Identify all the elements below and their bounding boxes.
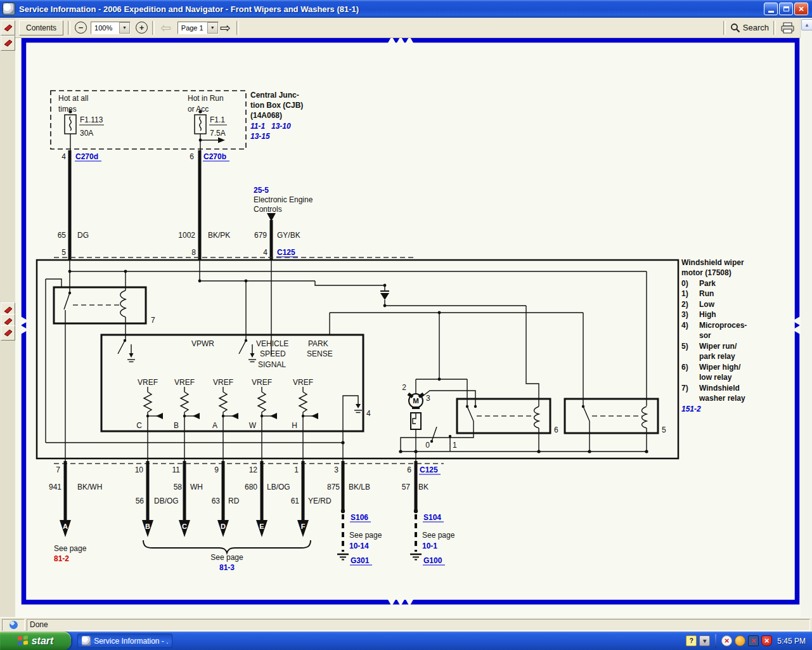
- chevron-down-icon[interactable]: ▼: [207, 22, 218, 34]
- legend-num: 7): [681, 384, 688, 393]
- search-button[interactable]: Search: [730, 23, 769, 33]
- page-ref-link[interactable]: 11-1: [250, 122, 265, 131]
- page-ref-link[interactable]: 151-2: [681, 405, 701, 413]
- taskbar-item-label: Service Information - ...: [94, 637, 168, 646]
- vref-column: VREF A: [212, 378, 238, 461]
- relay-number: 6: [554, 426, 558, 434]
- run-park-relay: 5: [565, 399, 666, 452]
- connector-link[interactable]: C270d: [75, 152, 98, 161]
- wire-color: DB/OG: [154, 497, 179, 505]
- cjb-box: Hot at all times F1.113 30A Hot in Run o…: [51, 91, 303, 161]
- vref-column: VREF C: [136, 378, 163, 461]
- switch-symbol: [239, 339, 256, 362]
- wire-color: BK/PK: [208, 231, 230, 240]
- feed-wire-labels: 65 DG 1002 BK/PK 679 GY/BK 5 8 4 C125: [54, 231, 415, 257]
- contents-button[interactable]: Contents: [19, 20, 63, 36]
- destination-arrow: F: [297, 520, 309, 537]
- red-arrow-button-1[interactable]: [1, 20, 15, 36]
- legend-num: 0): [681, 279, 688, 288]
- wiper-motor-legend: Windshield wiper motor (17508) 0)Park 1)…: [681, 258, 747, 413]
- page-ref-link[interactable]: 10-14: [349, 542, 369, 550]
- legend-item: Windshield: [699, 384, 740, 393]
- zoom-in-button[interactable]: +: [136, 22, 148, 34]
- pin-number: 5: [61, 248, 66, 257]
- circuit-number: 680: [245, 483, 257, 491]
- start-label: start: [32, 635, 54, 647]
- legend-num: 3): [681, 310, 688, 319]
- splice-link[interactable]: S106: [351, 513, 368, 522]
- red-arrow-icon: [4, 306, 13, 314]
- taskbar-item-service-information[interactable]: Service Information - ...: [77, 634, 172, 648]
- page-ref-link[interactable]: 13-15: [250, 132, 270, 141]
- eec-name: Electronic Engine: [254, 195, 313, 204]
- red-arrow-icon: [4, 24, 13, 32]
- zoom-level-select[interactable]: 100% ▼: [91, 22, 131, 34]
- pin-number: 4: [366, 409, 371, 418]
- vref-column: VREF H: [292, 378, 318, 461]
- page-ref-link[interactable]: 10-1: [422, 542, 437, 550]
- ground-link[interactable]: G100: [423, 556, 442, 565]
- page-ref-link[interactable]: 25-5: [254, 186, 269, 195]
- legend-item: park relay: [699, 352, 735, 361]
- vertical-scrollbar[interactable]: ▲: [800, 18, 812, 617]
- connector-link[interactable]: C125: [420, 465, 438, 474]
- language-bar-icon[interactable]: ▾: [699, 635, 710, 646]
- module-pin-letter: W: [249, 421, 257, 430]
- vref-label: VREF: [174, 378, 195, 387]
- svg-text:F: F: [301, 523, 306, 530]
- print-button[interactable]: [780, 22, 796, 34]
- vref-label: VREF: [138, 378, 158, 387]
- red-arrow-button-5[interactable]: [1, 325, 15, 341]
- hot-label: Hot in Run: [188, 94, 224, 103]
- vref-label: VREF: [252, 378, 272, 387]
- next-page-button[interactable]: ⇨: [220, 22, 231, 34]
- toolbar-separator: [68, 21, 70, 35]
- red-arrow-icon: [4, 329, 13, 337]
- pin-number: 1: [453, 441, 457, 450]
- motor-m-label: M: [413, 397, 419, 405]
- wire-color: BK/LB: [349, 483, 370, 491]
- circuit-number: 875: [327, 483, 340, 491]
- splice-link[interactable]: S104: [423, 513, 441, 522]
- see-page-label: See page: [349, 531, 382, 540]
- legend-item: Wiper run/: [699, 342, 737, 351]
- scroll-up-button[interactable]: ▲: [801, 19, 812, 30]
- vref-label: VREF: [293, 378, 313, 387]
- fuse-name: F1.113: [80, 115, 103, 124]
- legend-item: Park: [699, 279, 716, 288]
- page-ref-link[interactable]: 13-10: [271, 122, 291, 131]
- start-button[interactable]: start: [0, 632, 71, 650]
- legend-num: 5): [681, 342, 688, 351]
- chevron-down-icon[interactable]: ▼: [119, 22, 130, 34]
- taskbar-clock: 5:45 PM: [777, 637, 806, 646]
- connector-link[interactable]: C125: [277, 248, 295, 257]
- security-shield-icon[interactable]: ✕: [761, 635, 772, 646]
- close-button[interactable]: ✕: [794, 3, 808, 15]
- legend-item: Low: [699, 300, 715, 309]
- zoom-level-value: 100%: [94, 24, 112, 32]
- connector-link[interactable]: C270b: [203, 152, 226, 161]
- cjb-name: tion Box (CJB): [250, 101, 303, 110]
- legend-num: 2): [681, 300, 688, 309]
- zoom-out-button[interactable]: −: [75, 22, 87, 34]
- splice-s104: S104 See page 10-1 G100: [410, 509, 455, 565]
- vref-column: VREF W: [249, 378, 277, 461]
- previous-page-button[interactable]: ⇦: [160, 22, 171, 34]
- minimize-button[interactable]: [764, 3, 778, 15]
- destination-arrow: C: [179, 520, 190, 537]
- page-select[interactable]: Page 1 ▼: [177, 22, 219, 34]
- restore-button[interactable]: [779, 3, 793, 15]
- pin-number: 0: [425, 441, 430, 450]
- tray-status-icon[interactable]: ✕: [721, 635, 732, 646]
- legend-num: 4): [681, 321, 688, 330]
- wire-color: LB/OG: [267, 483, 290, 491]
- pin-number: 8: [191, 248, 196, 257]
- network-disconnected-icon[interactable]: ✕: [748, 635, 759, 646]
- windows-update-icon[interactable]: [735, 635, 745, 646]
- high-low-relay: 6: [399, 399, 558, 453]
- help-notification-icon[interactable]: ?: [686, 635, 697, 646]
- ground-link[interactable]: G301: [351, 556, 370, 565]
- page-ref-link[interactable]: 81-3: [219, 563, 235, 572]
- red-arrow-icon: [4, 39, 13, 47]
- red-arrow-button-2[interactable]: [1, 36, 15, 51]
